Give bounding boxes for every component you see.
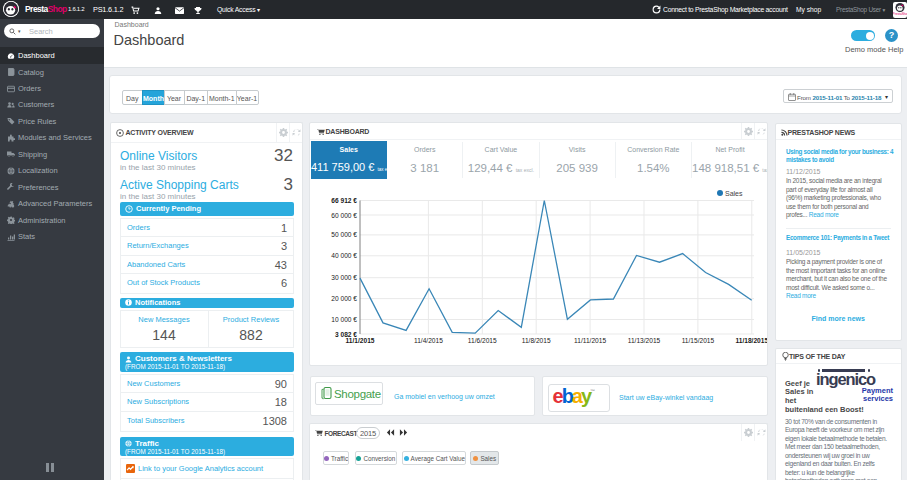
svg-text:30 000 €: 30 000 € (331, 274, 357, 281)
svg-text:11/11/2015: 11/11/2015 (574, 337, 606, 344)
svg-text:50 000 €: 50 000 € (331, 231, 357, 238)
svg-text:10 000 €: 10 000 € (331, 316, 357, 323)
svg-text:40 000 €: 40 000 € (331, 252, 357, 259)
svg-text:11/13/2015: 11/13/2015 (628, 337, 661, 344)
svg-text:66 912 €: 66 912 € (331, 197, 357, 204)
svg-text:11/4/2015: 11/4/2015 (414, 337, 443, 344)
svg-text:11/15/2015: 11/15/2015 (682, 337, 715, 344)
svg-text:11/18/2015: 11/18/2015 (735, 337, 767, 344)
svg-text:Sales: Sales (725, 190, 743, 197)
svg-text:20 000 €: 20 000 € (331, 295, 357, 302)
svg-text:11/6/2015: 11/6/2015 (468, 337, 497, 344)
svg-text:60 000 €: 60 000 € (331, 212, 357, 219)
svg-text:11/8/2015: 11/8/2015 (522, 337, 551, 344)
svg-text:11/1/2015: 11/1/2015 (346, 337, 375, 344)
